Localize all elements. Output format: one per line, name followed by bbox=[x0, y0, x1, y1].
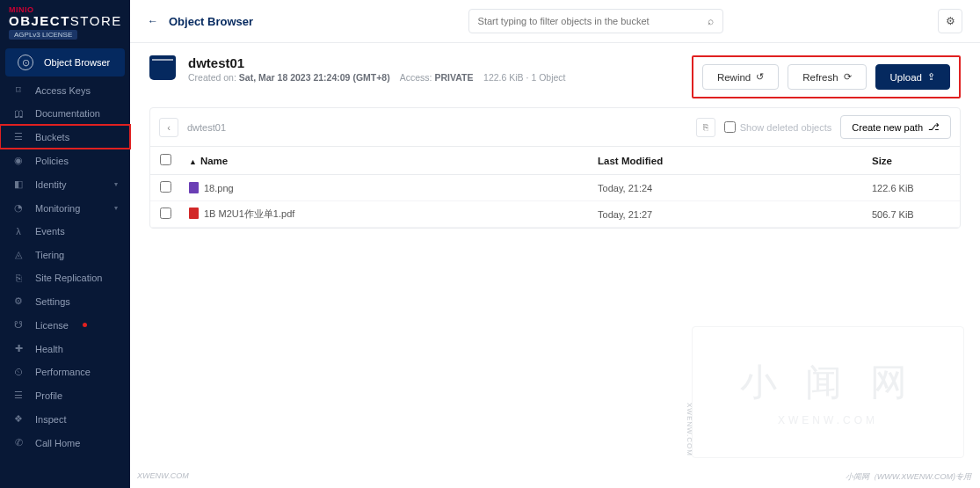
bucket-header: dwtest01 Created on: Sat, Mar 18 2023 21… bbox=[130, 43, 980, 107]
page-title: Object Browser bbox=[169, 15, 253, 28]
nav-icon: ◔ bbox=[12, 202, 25, 214]
select-all-checkbox[interactable] bbox=[160, 154, 171, 165]
col-name[interactable]: ▲Name bbox=[180, 147, 589, 175]
rewind-button[interactable]: Rewind↺ bbox=[702, 64, 779, 90]
table-toolbar: ‹ dwtest01 ⎘ Show deleted objects Create… bbox=[150, 108, 960, 147]
nav-icon: ☰ bbox=[12, 390, 25, 401]
refresh-button[interactable]: Refresh⟳ bbox=[788, 64, 866, 90]
search-icon: ⌕ bbox=[708, 15, 714, 27]
nav-icon: ☰ bbox=[12, 131, 25, 142]
nav-label: Tiering bbox=[35, 250, 64, 260]
sidebar-item-profile[interactable]: ☰Profile bbox=[0, 383, 130, 407]
nav-label: Settings bbox=[35, 296, 70, 307]
sidebar-item-identity[interactable]: ◧Identity▾ bbox=[0, 172, 130, 196]
nav-icon: ◉ bbox=[12, 155, 25, 166]
sidebar-item-monitoring[interactable]: ◔Monitoring▾ bbox=[0, 196, 130, 220]
bucket-name: dwtest01 bbox=[188, 55, 566, 70]
table-row[interactable]: 18.pngToday, 21:24122.6 KiB bbox=[150, 175, 960, 201]
sidebar-item-buckets[interactable]: ☰Buckets bbox=[0, 125, 130, 149]
back-arrow-icon[interactable]: ← bbox=[148, 15, 158, 27]
nav-label: Inspect bbox=[35, 414, 66, 425]
table-wrap: ‹ dwtest01 ⎘ Show deleted objects Create… bbox=[149, 107, 961, 229]
cell-name: 18.png bbox=[180, 175, 589, 201]
nav-label: Object Browser bbox=[44, 57, 110, 68]
row-checkbox[interactable] bbox=[160, 181, 171, 193]
breadcrumb: dwtest01 bbox=[187, 122, 226, 133]
sidebar-item-tiering[interactable]: ◬Tiering bbox=[0, 243, 130, 266]
cell-modified: Today, 21:27 bbox=[589, 201, 863, 228]
copy-icon: ⎘ bbox=[703, 122, 708, 132]
sidebar: MINIO OBJECTSTORE AGPLv3 LICENSE ⊙Object… bbox=[0, 0, 130, 488]
sidebar-item-access-keys[interactable]: ⌑Access Keys bbox=[0, 78, 130, 102]
breadcrumb-back-button[interactable]: ‹ bbox=[159, 118, 178, 137]
upload-button[interactable]: Upload⇪ bbox=[875, 64, 950, 90]
nav-icon: ⎘ bbox=[12, 273, 25, 283]
notification-dot bbox=[83, 323, 87, 327]
nav-label: Site Replication bbox=[35, 273, 102, 283]
nav-icon: ☋ bbox=[12, 319, 25, 331]
col-modified[interactable]: Last Modified bbox=[589, 147, 863, 175]
nav-icon: ⊙ bbox=[18, 55, 33, 70]
select-all-header[interactable] bbox=[150, 147, 180, 175]
nav-icon: ✆ bbox=[12, 437, 25, 448]
logo-product: OBJECTSTORE bbox=[9, 14, 121, 27]
nav-label: Performance bbox=[35, 367, 91, 377]
nav-icon: 🕮 bbox=[12, 108, 25, 119]
nav-label: Policies bbox=[35, 156, 69, 166]
sidebar-item-site-replication[interactable]: ⎘Site Replication bbox=[0, 266, 130, 289]
sort-asc-icon: ▲ bbox=[189, 157, 197, 166]
sidebar-item-object-browser[interactable]: ⊙Object Browser bbox=[5, 48, 125, 76]
nav-label: Health bbox=[35, 344, 63, 354]
nav-label: Monitoring bbox=[35, 203, 80, 214]
upload-icon: ⇪ bbox=[927, 71, 935, 83]
nav-icon: ❖ bbox=[12, 413, 25, 425]
nav-icon: λ bbox=[12, 226, 25, 237]
sidebar-item-call-home[interactable]: ✆Call Home bbox=[0, 431, 130, 455]
create-path-button[interactable]: Create new path⎇ bbox=[840, 115, 951, 139]
nav-icon: ⚙ bbox=[12, 295, 25, 307]
sidebar-item-documentation[interactable]: 🕮Documentation bbox=[0, 102, 130, 125]
row-checkbox[interactable] bbox=[160, 208, 171, 219]
search-input[interactable] bbox=[478, 16, 708, 26]
nav-label: Events bbox=[35, 226, 65, 237]
table-row[interactable]: 1B M2U1作业单1.pdfToday, 21:27506.7 KiB bbox=[150, 201, 960, 228]
nav-label: Buckets bbox=[35, 132, 69, 142]
watermark-strip: XWENW.COM 小闻网（WWW.XWENW.COM)专用 bbox=[137, 471, 971, 483]
sidebar-item-inspect[interactable]: ❖Inspect bbox=[0, 407, 130, 431]
bucket-icon bbox=[149, 55, 176, 80]
sidebar-item-license[interactable]: ☋License bbox=[0, 313, 130, 337]
sidebar-item-settings[interactable]: ⚙Settings bbox=[0, 289, 130, 313]
nav-icon: ⏲ bbox=[12, 367, 25, 377]
sidebar-item-events[interactable]: λEvents bbox=[0, 220, 130, 243]
nav-icon: ⌑ bbox=[12, 84, 25, 96]
rewind-icon: ↺ bbox=[756, 71, 764, 83]
settings-button[interactable]: ⚙ bbox=[938, 9, 962, 33]
watermark-side: XWENW.COM bbox=[686, 403, 693, 456]
topbar: ← Object Browser ⌕ ⚙ bbox=[130, 0, 980, 43]
nav-label: License bbox=[35, 320, 69, 331]
sidebar-item-policies[interactable]: ◉Policies bbox=[0, 149, 130, 172]
show-deleted-checkbox[interactable] bbox=[724, 121, 736, 133]
chevron-down-icon: ▾ bbox=[114, 204, 118, 212]
cell-name: 1B M2U1作业单1.pdf bbox=[180, 201, 589, 228]
sidebar-item-performance[interactable]: ⏲Performance bbox=[0, 361, 130, 383]
add-path-icon: ⎇ bbox=[928, 121, 940, 133]
show-deleted-toggle[interactable]: Show deleted objects bbox=[724, 121, 832, 133]
logo: MINIO OBJECTSTORE AGPLv3 LICENSE bbox=[0, 0, 130, 43]
cell-modified: Today, 21:24 bbox=[589, 175, 863, 201]
bucket-actions: Rewind↺ Refresh⟳ Upload⇪ bbox=[692, 55, 961, 98]
sidebar-item-health[interactable]: ✚Health bbox=[0, 337, 130, 361]
nav-icon: ◧ bbox=[12, 178, 25, 190]
col-size[interactable]: Size bbox=[863, 147, 960, 175]
copy-path-button[interactable]: ⎘ bbox=[696, 118, 715, 137]
nav-label: Identity bbox=[35, 179, 66, 190]
refresh-icon: ⟳ bbox=[844, 71, 852, 83]
nav-icon: ◬ bbox=[12, 249, 25, 260]
nav-label: Documentation bbox=[35, 108, 100, 119]
gear-icon: ⚙ bbox=[946, 15, 955, 27]
nav-label: Profile bbox=[35, 390, 62, 401]
main: ← Object Browser ⌕ ⚙ dwtest01 Created on… bbox=[130, 0, 980, 488]
nav-list: ⊙Object Browser⌑Access Keys🕮Documentatio… bbox=[0, 43, 130, 455]
search-input-wrap[interactable]: ⌕ bbox=[468, 9, 723, 33]
cell-size: 506.7 KiB bbox=[863, 201, 960, 228]
